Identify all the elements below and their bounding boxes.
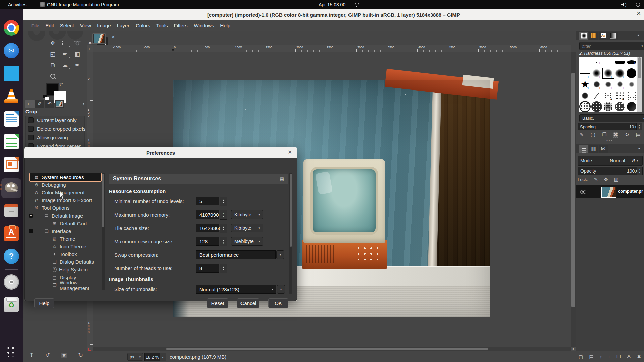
thumb-size-dropdown[interactable]: Normal (128x128)▾: [196, 285, 276, 294]
open-brush-as-image-icon[interactable]: ▤: [636, 132, 641, 138]
spacing-slider[interactable]: Spacing 10.0: [578, 123, 640, 130]
tree-item-interface[interactable]: ❏Interface: [44, 227, 71, 235]
zoom-tool[interactable]: [47, 71, 58, 81]
tree-item-dialog-defaults[interactable]: ❑Dialog Defaults: [52, 258, 94, 266]
expander-collapse-icon[interactable]: −: [29, 214, 33, 218]
ruler-corner-button[interactable]: ▸: [87, 45, 93, 52]
horizontal-scrollbar-thumb[interactable]: [166, 348, 488, 350]
brush-item[interactable]: [579, 57, 591, 68]
unit-dropdown[interactable]: px▾: [127, 353, 143, 361]
tree-item-default-grid[interactable]: ⊞Default Grid: [52, 220, 87, 227]
close-button[interactable]: ✕: [636, 10, 641, 17]
brush-item[interactable]: [614, 57, 626, 68]
tab-undo-history[interactable]: ↶: [45, 100, 54, 108]
trash-icon[interactable]: ♻: [4, 297, 19, 312]
show-applications-button[interactable]: [4, 343, 19, 359]
tree-item-icon-theme[interactable]: ☺Icon Theme: [52, 243, 86, 250]
zoom-dropdown-button[interactable]: ▾: [160, 353, 166, 361]
zoom-value[interactable]: 18.2 %: [144, 353, 160, 361]
tab-tool-options[interactable]: ▭: [25, 100, 35, 108]
dialog-title-bar[interactable]: Preferences ✕: [24, 147, 297, 159]
save-tool-preset-icon[interactable]: ↧: [29, 352, 34, 358]
libreoffice-impress-icon[interactable]: [4, 157, 19, 172]
tile-cache-input[interactable]: 16428360: [196, 224, 219, 232]
ink-tool[interactable]: ✒: [72, 60, 83, 70]
tree-item-system-resources[interactable]: ▦System Resources: [34, 173, 84, 181]
focused-app-name[interactable]: GNU Image Manipulation Program: [47, 2, 119, 7]
spacing-spinner[interactable]: ▴▾: [636, 123, 642, 130]
thunderbird-icon[interactable]: ✉: [4, 43, 19, 58]
layer-row[interactable]: computer.png: [576, 185, 644, 198]
dialog-close-icon[interactable]: ✕: [288, 149, 292, 155]
brush-item[interactable]: [626, 101, 637, 112]
layer-mode-dropdown[interactable]: Mode Normal▾: [578, 156, 631, 166]
activities-button[interactable]: Activities: [8, 2, 26, 7]
tab-brushes[interactable]: [579, 32, 588, 40]
collapse-dock-icon[interactable]: ◂: [638, 147, 640, 150]
dock-drag-handle[interactable]: •••: [576, 139, 644, 142]
tree-item-window-management[interactable]: ❐Window Management: [52, 281, 102, 289]
lock-position-icon[interactable]: ✥: [604, 177, 608, 182]
delete-layer-icon[interactable]: ✖: [637, 354, 641, 359]
brush-item[interactable]: [614, 101, 626, 112]
lock-alpha-icon[interactable]: ▨: [614, 177, 619, 182]
menu-windows[interactable]: Windows: [191, 20, 217, 31]
brush-filter-input[interactable]: filter▾: [579, 42, 644, 50]
content-scrollbar-thumb[interactable]: [290, 174, 292, 247]
duplicate-layer-icon[interactable]: ❐: [616, 354, 621, 359]
edit-brush-icon[interactable]: ✎: [580, 132, 584, 138]
tab-gradients[interactable]: [608, 32, 618, 40]
raise-layer-icon[interactable]: ↑: [600, 354, 602, 359]
menu-file[interactable]: File: [28, 20, 42, 31]
max-image-size-spinner[interactable]: ▴▾: [220, 237, 227, 246]
image-tab-close-icon[interactable]: ✕: [111, 34, 115, 40]
brush-item[interactable]: [626, 90, 637, 101]
collapse-dock-icon[interactable]: ◂: [82, 102, 84, 105]
rectangle-select-tool[interactable]: [59, 38, 71, 48]
cancel-button[interactable]: Cancel: [237, 298, 259, 308]
lower-layer-icon[interactable]: ↓: [608, 354, 610, 359]
move-tool[interactable]: ✥: [47, 38, 58, 48]
menu-help[interactable]: Help: [217, 20, 233, 31]
option-delete-cropped-pixels[interactable]: Delete cropped pixels: [28, 126, 85, 132]
brush-item[interactable]: [591, 90, 603, 101]
brush-item[interactable]: [579, 90, 591, 101]
libreoffice-writer-icon[interactable]: [4, 111, 19, 127]
transform-tool[interactable]: ◱: [47, 49, 58, 59]
threads-spinner[interactable]: ▴▾: [220, 264, 227, 273]
menu-layer[interactable]: Layer: [114, 20, 133, 31]
tab-fonts[interactable]: Aa: [599, 32, 608, 40]
tree-item-debugging[interactable]: ⚙Debugging: [34, 181, 66, 189]
reset-tool-options-icon[interactable]: ↻: [78, 352, 83, 358]
checkbox[interactable]: [28, 135, 34, 140]
tree-item-toolbox[interactable]: ✦Toolbox: [52, 250, 77, 258]
swap-compression-dropdown[interactable]: Best performance: [196, 250, 276, 259]
swap-colors-icon[interactable]: ⇄: [59, 82, 63, 87]
vscode-icon[interactable]: [4, 66, 19, 81]
tab-pointer[interactable]: ✐: [35, 100, 44, 108]
brush-item[interactable]: [602, 57, 614, 68]
free-select-tool[interactable]: ➰: [72, 38, 83, 48]
reset-button[interactable]: Reset: [207, 298, 228, 308]
lock-pixels-icon[interactable]: ✎: [594, 177, 598, 182]
option-allow-growing[interactable]: Allow growing: [28, 135, 68, 140]
menu-view[interactable]: View: [77, 20, 94, 31]
new-layer-group-icon[interactable]: ▤: [589, 354, 593, 359]
chrome-icon[interactable]: [4, 20, 19, 36]
tree-item-theme[interactable]: ▧Theme: [52, 235, 75, 243]
checkbox[interactable]: [28, 126, 34, 132]
gimp-title-bar[interactable]: [computer] (imported)-1.0 (RGB color 8-b…: [23, 9, 644, 20]
menu-select[interactable]: Select: [57, 20, 77, 31]
vertical-scrollbar[interactable]: [571, 52, 576, 347]
duplicate-brush-icon[interactable]: ❐: [602, 132, 606, 138]
collapse-dock-icon[interactable]: ◂: [637, 33, 639, 37]
refresh-brushes-icon[interactable]: ↻: [625, 132, 629, 138]
brush-item[interactable]: [626, 68, 637, 79]
menu-image[interactable]: Image: [94, 20, 114, 31]
tab-paths[interactable]: ⋈: [599, 145, 608, 153]
tab-channels[interactable]: ▥: [589, 145, 598, 153]
navigation-button[interactable]: ✥: [571, 347, 576, 351]
ubuntu-software-icon[interactable]: A: [4, 226, 19, 241]
tree-scrollbar-thumb[interactable]: [102, 174, 104, 227]
max-image-size-input[interactable]: 128: [196, 237, 219, 246]
